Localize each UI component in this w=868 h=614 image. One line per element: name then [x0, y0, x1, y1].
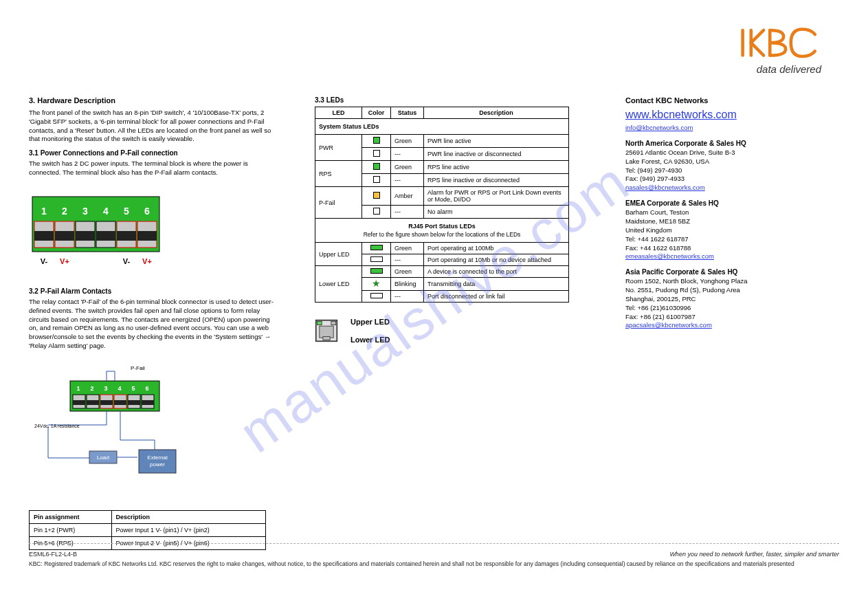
svg-text:6: 6: [144, 206, 150, 217]
svg-text:3: 3: [104, 385, 107, 392]
emea-region-title: EMEA Corporate & Sales HQ: [625, 199, 838, 207]
svg-text:power: power: [150, 461, 165, 468]
led-off-icon: [373, 150, 380, 157]
svg-rect-8: [34, 231, 54, 241]
led-off-icon: [373, 176, 380, 183]
led-table: LED Color Status Description System Stat…: [315, 107, 569, 303]
svg-text:External: External: [147, 454, 168, 461]
na-email-link[interactable]: nasales@kbcnetworks.com: [625, 184, 705, 191]
svg-text:6: 6: [145, 385, 148, 392]
svg-rect-18: [137, 231, 157, 241]
led-amber-icon: [373, 192, 380, 199]
table-row: PWR Green PWR line active: [315, 135, 569, 148]
terminal-block-diagram: 123 456 V-V+ V-V+: [29, 190, 166, 272]
na-address: 25691 Atlantic Ocean Drive, Suite B-3 La…: [625, 149, 838, 184]
led-hdr-desc: Description: [424, 107, 569, 119]
led-hdr-color: Color: [362, 107, 391, 119]
pin-hdr-2: Description: [111, 510, 265, 523]
led-green-rect-icon: [370, 268, 383, 274]
led-hdr-led: LED: [315, 107, 362, 119]
section-3-1-title: 3.1 Power Connections and P-Fail connect…: [29, 149, 276, 157]
contact-title: Contact KBC Networks: [625, 96, 838, 105]
svg-rect-37: [114, 400, 126, 405]
svg-text:Load: Load: [97, 454, 109, 461]
apac-region-title: Asia Pacific Corporate & Sales HQ: [625, 268, 838, 276]
svg-rect-10: [55, 231, 74, 241]
table-row: Lower LED Green A device is connected to…: [315, 266, 569, 278]
rj45-lower-led-label: Lower LED: [350, 336, 390, 344]
table-row: Upper LED Green Port operating at 100Mb: [315, 243, 569, 254]
pfail-diagram: 123 456 P-Fail 24Vdc, 1A resistance Load…: [29, 360, 208, 498]
main-website-link[interactable]: www.kbcnetworks.com: [625, 109, 838, 121]
svg-rect-49: [331, 321, 336, 325]
section-system-leds: System Status LEDs: [315, 119, 569, 135]
svg-text:V+: V+: [60, 257, 69, 265]
hardware-paragraph: The front panel of the switch has an 8-p…: [29, 109, 276, 144]
svg-text:4: 4: [103, 206, 109, 217]
emea-email-link[interactable]: emeasales@kbcnetworks.com: [625, 252, 714, 260]
led-hdr-status: Status: [391, 107, 424, 119]
svg-rect-35: [100, 400, 113, 405]
svg-rect-16: [117, 231, 136, 241]
section-3-title: 3. Hardware Description: [29, 96, 276, 105]
product-code: ESML6-FL2-L4-B: [29, 550, 77, 558]
apac-address: Room 1502, North Block, Yonghong Plaza N…: [625, 277, 838, 321]
svg-rect-51: [323, 337, 330, 340]
svg-text:4: 4: [118, 385, 121, 392]
pin-hdr-1: Pin assignment: [30, 510, 112, 523]
rj45-upper-led-label: Upper LED: [350, 318, 390, 326]
footer-slogan: When you need to network further, faster…: [669, 550, 839, 558]
section-rj45-leds: RJ45 Port Status LEDs Refer to the figur…: [315, 219, 569, 243]
apac-email-link[interactable]: apacsales@kbcnetworks.com: [625, 321, 712, 329]
svg-rect-31: [73, 400, 85, 405]
mid-column: 3.3 LEDs LED Color Status Description Sy…: [315, 96, 590, 348]
svg-text:V-: V-: [41, 257, 48, 265]
brand-tagline: data delivered: [737, 63, 821, 75]
svg-rect-39: [128, 400, 140, 405]
svg-rect-33: [87, 400, 99, 405]
pfail-note: 24Vdc, 1A resistance: [34, 424, 80, 428]
svg-rect-50: [320, 326, 333, 338]
section-3-2-title: 3.2 P-Fail Alarm Contacts: [29, 287, 276, 295]
emea-address: Barham Court, Teston Maidstone, ME18 5BZ…: [625, 208, 838, 252]
p32-text: The relay contact 'P-Fail' of the 6-pin …: [29, 298, 276, 351]
info-email-link[interactable]: info@kbcnetworks.com: [625, 124, 693, 131]
footer-disclaimer: KBC: Registered trademark of KBC Network…: [29, 560, 839, 568]
pfail-label: P-Fail: [131, 365, 145, 371]
svg-rect-48: [317, 321, 322, 325]
brand-logo-block: data delivered: [737, 23, 821, 75]
svg-text:1: 1: [76, 385, 80, 392]
pin-assignment-table: Pin assignmentDescription Pin 1+2 (PWR)P…: [29, 510, 266, 550]
led-green-rect-icon: [370, 245, 383, 250]
svg-rect-41: [142, 400, 154, 405]
svg-rect-14: [96, 231, 115, 241]
rj45-port-diagram: Upper LED Lower LED: [315, 318, 590, 344]
rj45-port-icon: [315, 319, 338, 342]
footer-divider: [29, 543, 839, 544]
left-column: 3. Hardware Description The front panel …: [29, 96, 276, 550]
led-off-rect-icon: [370, 293, 383, 298]
right-column: Contact KBC Networks www.kbcnetworks.com…: [625, 96, 838, 329]
section-3-3-title: 3.3 LEDs: [315, 96, 590, 104]
svg-text:3: 3: [82, 206, 88, 217]
svg-text:5: 5: [131, 385, 135, 392]
svg-text:5: 5: [124, 206, 129, 217]
kbc-logo-icon: [737, 23, 821, 63]
table-row: RPS Green RPS line active: [315, 161, 569, 174]
led-off-icon: [373, 208, 380, 215]
p31-text: The switch has 2 DC power inputs. The te…: [29, 160, 276, 177]
page-footer: ESML6-FL2-L4-B When you need to network …: [29, 550, 839, 569]
table-row: Pin 1+2 (PWR)Power Input 1 V- (pin1) / V…: [30, 523, 266, 536]
led-off-rect-icon: [370, 256, 383, 262]
svg-text:2: 2: [62, 206, 67, 217]
svg-text:1: 1: [41, 206, 47, 217]
svg-text:2: 2: [90, 385, 93, 392]
svg-text:V+: V+: [142, 257, 152, 265]
svg-rect-12: [76, 231, 95, 241]
led-blink-star-icon: ★: [372, 280, 381, 287]
svg-text:V-: V-: [123, 257, 131, 265]
na-region-title: North America Corporate & Sales HQ: [625, 140, 838, 147]
led-green-icon: [373, 163, 380, 170]
table-row: P-Fail Amber Alarm for PWR or RPS or Por…: [315, 187, 569, 206]
led-green-icon: [373, 137, 380, 144]
